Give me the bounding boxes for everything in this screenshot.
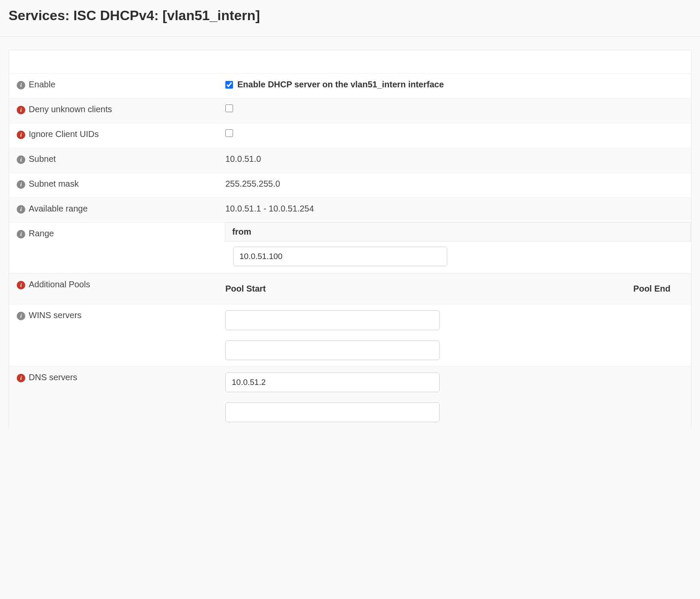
field-label: Subnet mask: [29, 179, 79, 189]
wins-input-2[interactable]: [225, 340, 440, 360]
info-icon[interactable]: i: [17, 81, 25, 89]
label-cell-range: i Range: [9, 223, 225, 273]
field-label: Ignore Client UIDs: [29, 129, 99, 139]
value-cell-subnet: 10.0.51.0: [225, 148, 691, 173]
field-label: Additional Pools: [29, 280, 90, 289]
value-cell-ignore: [225, 123, 691, 148]
field-label: Deny unknown clients: [29, 104, 112, 114]
panel-spacer: [9, 50, 691, 74]
value-cell-range: from: [225, 223, 691, 273]
row-subnet: i Subnet 10.0.51.0: [9, 148, 691, 173]
info-icon[interactable]: i: [17, 230, 25, 238]
row-deny-unknown: i Deny unknown clients: [9, 98, 691, 123]
info-icon[interactable]: i: [17, 155, 25, 164]
page-header: Services: ISC DHCPv4: [vlan51_intern]: [0, 0, 700, 37]
enable-checkbox[interactable]: [225, 81, 233, 89]
deny-unknown-checkbox[interactable]: [225, 104, 233, 112]
label-cell-dns: i DNS servers: [9, 367, 225, 428]
row-enable: i Enable Enable DHCP server on the vlan5…: [9, 74, 691, 98]
label-cell-avail: i Available range: [9, 198, 225, 222]
enable-checkbox-label: Enable DHCP server on the vlan51_intern …: [237, 80, 444, 89]
field-label: WINS servers: [29, 310, 81, 320]
page-title: Services: ISC DHCPv4: [vlan51_intern]: [9, 8, 691, 24]
row-dns: i DNS servers: [9, 367, 691, 428]
field-label: Range: [29, 229, 54, 238]
info-icon[interactable]: i: [17, 205, 25, 214]
dns-input-1[interactable]: [225, 373, 440, 392]
ignore-uids-checkbox[interactable]: [225, 129, 233, 137]
label-cell-subnet: i Subnet: [9, 148, 225, 173]
field-label: Available range: [29, 204, 88, 214]
row-wins: i WINS servers: [9, 304, 691, 367]
row-available-range: i Available range 10.0.51.1 - 10.0.51.25…: [9, 198, 691, 223]
wins-input-1[interactable]: [225, 310, 440, 330]
row-range: i Range from: [9, 223, 691, 274]
value-cell-pools: Pool Start Pool End: [225, 274, 691, 304]
info-icon[interactable]: i: [17, 312, 25, 320]
info-icon[interactable]: i: [17, 131, 25, 139]
value-cell-enable: Enable DHCP server on the vlan51_intern …: [225, 74, 691, 98]
range-from-input[interactable]: [233, 247, 447, 266]
field-label: Subnet: [29, 154, 56, 164]
label-cell-deny: i Deny unknown clients: [9, 98, 225, 123]
label-cell-mask: i Subnet mask: [9, 173, 225, 197]
label-cell-enable: i Enable: [9, 74, 225, 98]
pool-col-start: Pool Start: [225, 284, 440, 294]
pool-header: Pool Start Pool End: [225, 281, 683, 298]
row-additional-pools: i Additional Pools Pool Start Pool End: [9, 274, 691, 304]
enable-checkbox-wrap[interactable]: Enable DHCP server on the vlan51_intern …: [225, 80, 683, 89]
dhcp-form-panel: i Enable Enable DHCP server on the vlan5…: [9, 50, 691, 428]
info-icon[interactable]: i: [17, 106, 25, 114]
value-cell-deny: [225, 98, 691, 123]
label-cell-pools: i Additional Pools: [9, 274, 225, 304]
label-cell-ignore: i Ignore Client UIDs: [9, 123, 225, 148]
range-from-header: from: [225, 222, 691, 241]
pool-col-end: Pool End: [440, 284, 683, 294]
info-icon[interactable]: i: [17, 281, 25, 289]
info-icon[interactable]: i: [17, 180, 25, 189]
value-cell-wins: [225, 304, 691, 366]
info-icon[interactable]: i: [17, 374, 25, 382]
value-cell-avail: 10.0.51.1 - 10.0.51.254: [225, 198, 691, 222]
field-label: DNS servers: [29, 373, 77, 382]
row-ignore-uids: i Ignore Client UIDs: [9, 123, 691, 148]
field-label: Enable: [29, 80, 55, 89]
dns-input-2[interactable]: [225, 402, 440, 422]
row-subnet-mask: i Subnet mask 255.255.255.0: [9, 173, 691, 198]
value-cell-mask: 255.255.255.0: [225, 173, 691, 197]
value-cell-dns: [225, 367, 691, 428]
label-cell-wins: i WINS servers: [9, 304, 225, 366]
